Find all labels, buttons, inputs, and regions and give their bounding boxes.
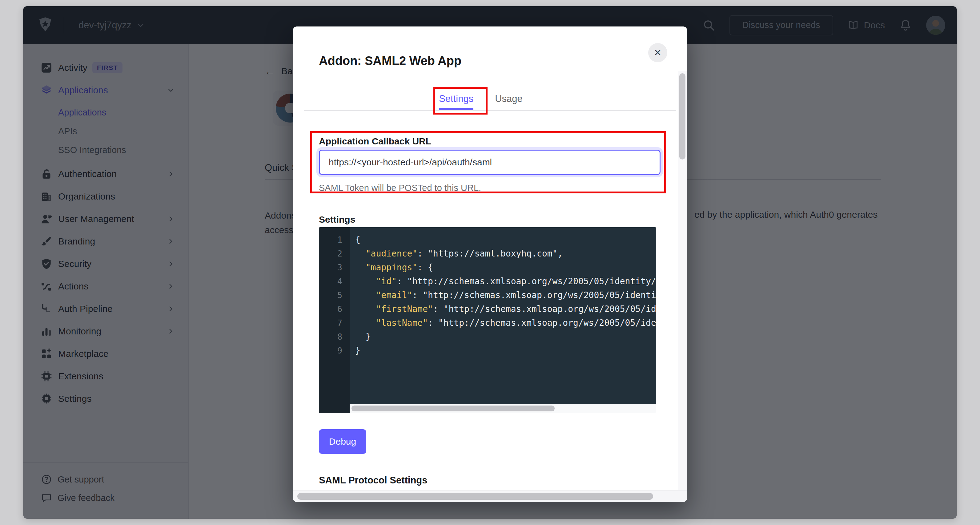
modal-vertical-scrollbar[interactable] <box>678 71 687 490</box>
modal-bottom-scrollbar-thumb[interactable] <box>298 493 653 500</box>
callback-url-label: Application Callback URL <box>319 136 431 147</box>
editor-horizontal-scrollbar-thumb[interactable] <box>352 405 555 412</box>
code-line: "mappings": { <box>355 260 656 274</box>
line-number: 7 <box>319 316 342 330</box>
modal-title: Addon: SAML2 Web App <box>319 54 461 68</box>
close-button[interactable]: ✕ <box>648 43 667 62</box>
editor-code-column: { "audience": "https://saml.boxyhq.com",… <box>350 227 656 413</box>
tab-usage[interactable]: Usage <box>495 88 523 110</box>
code-line: { <box>355 233 656 247</box>
close-icon: ✕ <box>654 48 662 58</box>
line-number: 1 <box>319 233 342 247</box>
modal-tabs: SettingsUsage <box>293 88 678 110</box>
code-line: "email": "http://schemas.xmlsoap.org/ws/… <box>355 288 656 302</box>
line-number: 5 <box>319 288 342 302</box>
line-number: 9 <box>319 344 342 357</box>
saml2-addon-modal: Addon: SAML2 Web App ✕ SettingsUsage App… <box>293 27 687 502</box>
debug-button[interactable]: Debug <box>319 429 366 454</box>
code-line: "firstName": "http://schemas.xmlsoap.org… <box>355 302 656 316</box>
code-line: } <box>355 330 656 344</box>
line-number: 2 <box>319 247 342 260</box>
editor-code[interactable]: { "audience": "https://saml.boxyhq.com",… <box>350 227 656 404</box>
code-line: } <box>355 344 656 357</box>
code-line: "id": "http://schemas.xmlsoap.org/ws/200… <box>355 274 656 288</box>
saml-protocol-settings-heading: SAML Protocol Settings <box>319 475 428 486</box>
line-number: 3 <box>319 260 342 274</box>
tab-settings[interactable]: Settings <box>439 88 473 110</box>
callback-url-helper: SAML Token will be POSTed to this URL. <box>319 183 481 193</box>
tabs-divider <box>304 110 676 111</box>
line-number: 4 <box>319 274 342 288</box>
settings-section-label: Settings <box>319 214 355 225</box>
settings-json-editor[interactable]: 123456789 { "audience": "https://saml.bo… <box>319 227 656 413</box>
code-line: "lastName": "http://schemas.xmlsoap.org/… <box>355 316 656 330</box>
line-number: 8 <box>319 330 342 344</box>
editor-line-numbers: 123456789 <box>319 227 350 413</box>
line-number: 6 <box>319 302 342 316</box>
modal-bottom-scrollbar[interactable] <box>293 490 687 502</box>
code-line: "audience": "https://saml.boxyhq.com", <box>355 247 656 260</box>
modal-vertical-scrollbar-thumb[interactable] <box>679 73 686 160</box>
editor-horizontal-scrollbar[interactable] <box>350 404 656 413</box>
callback-url-input[interactable] <box>319 150 660 175</box>
